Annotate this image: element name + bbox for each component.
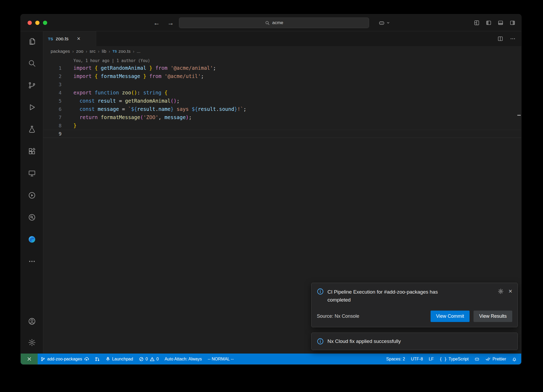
check-all-icon [485,356,491,361]
error-count: 0 [146,357,148,361]
code-line-4[interactable]: 4export function zoo(): string { [43,89,521,97]
settings-gear-icon[interactable] [24,335,39,350]
notification-title: CI Pipeline Execution for #add-zoo-packa… [327,288,460,304]
vscode-window: ← → acme [21,14,521,364]
indentation-status[interactable]: Spaces: 2 [383,354,408,364]
close-window-button[interactable] [28,21,32,25]
code-line-1[interactable]: 1import { getRandomAnimal } from '@acme/… [43,64,521,72]
language-label: TypeScript [449,357,469,361]
vim-mode-status[interactable]: -- NORMAL -- [205,354,237,364]
close-tab-icon[interactable]: × [77,36,80,42]
language-status[interactable]: { } TypeScript [437,354,472,364]
scrollbar-decoration [517,115,521,116]
notifications-bell[interactable] [509,354,520,364]
encoding-status[interactable]: UTF-8 [408,354,426,364]
search-value: acme [272,20,283,25]
bell-icon [512,357,517,361]
launchpad-status[interactable]: Launchpad [103,354,136,364]
codelens-annotation[interactable]: You, 1 hour ago | 1 author (You) [73,58,521,64]
notification-settings-icon[interactable] [498,288,504,294]
view-commit-button[interactable]: View Commit [431,311,470,322]
breadcrumb-item-src[interactable]: src [90,49,96,54]
breadcrumb-item-packages[interactable]: packages [51,49,70,54]
extensions-icon[interactable] [24,144,39,159]
chevron-right-icon: › [72,49,74,54]
line-number: 5 [43,97,62,105]
chevron-right-icon: › [98,49,99,54]
branch-status[interactable]: add-zoo-packages [38,354,92,364]
problems-status[interactable]: 0 0 [136,354,162,364]
info-icon [317,288,324,295]
git-graph-status[interactable] [92,354,103,364]
forward-button[interactable]: → [167,19,174,27]
breadcrumb-item-lib[interactable]: lib [102,49,106,54]
notification-text: Nx Cloud fix applied successfully [327,338,401,344]
chevron-right-icon: › [133,49,134,54]
layout-grid-icon[interactable] [474,20,480,26]
copilot-menu[interactable] [378,14,390,31]
braces-icon: { } [440,357,447,361]
code-line-2[interactable]: 2import { formatMessage } from '@acme/ut… [43,72,521,80]
command-center-search[interactable]: acme [179,18,369,28]
history-navigation: ← → [153,14,174,31]
remote-explorer-icon[interactable] [24,166,39,181]
line-number: 6 [43,105,62,113]
zoom-window-button[interactable] [43,21,47,25]
rocket-icon [106,357,110,361]
breadcrumb-item-zoo[interactable]: zoo [76,49,83,54]
breadcrumb-more[interactable]: ... [137,49,141,54]
git-graph-icon [95,357,100,361]
code-line-6[interactable]: 6 const message = `${result.name} says $… [43,105,521,113]
back-button[interactable]: ← [153,19,160,27]
view-results-button[interactable]: View Results [474,311,512,322]
code-line-9[interactable]: 9 [43,130,521,138]
status-bar: add-zoo-packages Launchpad 0 0 Auto Atta… [21,354,521,364]
panel-right-icon[interactable] [510,20,515,26]
line-number: 2 [43,72,62,80]
play-circle-icon[interactable] [24,188,39,203]
testing-icon[interactable] [24,122,39,137]
panel-left-icon[interactable] [486,20,492,26]
run-debug-icon[interactable] [24,100,39,115]
line-number: 7 [43,113,62,121]
panel-bottom-icon[interactable] [498,20,503,26]
error-icon [139,357,144,361]
activity-bar [21,31,43,354]
search-view-icon[interactable] [24,56,39,71]
tab-label: zoo.ts [56,36,68,42]
code-line-5[interactable]: 5 const result = getRandomAnimal(); [43,97,521,105]
formatter-status[interactable]: Prettier [483,354,509,364]
line-content: import { getRandomAnimal } from '@acme/a… [62,64,216,72]
editor-actions-more-icon[interactable] [510,36,516,42]
git-branch-icon [41,357,45,361]
notification-close-icon[interactable]: × [509,288,512,294]
remote-indicator[interactable] [21,354,38,364]
explorer-icon[interactable] [24,34,39,49]
remote-icon [27,356,32,361]
code-line-8[interactable]: 8} [43,121,521,130]
copilot-status[interactable] [471,354,483,364]
chevron-right-icon: › [109,49,110,54]
line-number: 1 [43,64,62,72]
line-number: 4 [43,89,62,97]
auto-attach-status[interactable]: Auto Attach: Always [162,354,205,364]
account-icon[interactable] [24,314,39,329]
split-editor-icon[interactable] [497,36,503,42]
notification-source: Source: Nx Console [317,313,359,319]
breadcrumb-item-file[interactable]: TSzoo.ts [112,49,130,54]
eol-status[interactable]: LF [426,354,437,364]
code-line-7[interactable]: 7 return formatMessage('ZOO', message); [43,113,521,121]
code-inspect-icon[interactable] [24,210,39,225]
tab-zoo-ts[interactable]: TS zoo.ts × [43,31,96,46]
code-line-3[interactable]: 3 [43,80,521,89]
tab-bar: TS zoo.ts × [43,31,521,46]
source-control-icon[interactable] [24,78,39,93]
warning-icon [150,357,155,361]
line-content: const result = getRandomAnimal(); [62,97,179,105]
line-number: 9 [43,130,62,138]
more-icon[interactable] [24,254,39,269]
window-controls [28,21,47,25]
notification-nx-fix: Nx Cloud fix applied successfully [311,333,518,350]
edge-icon[interactable] [24,232,39,247]
minimize-window-button[interactable] [35,21,40,25]
